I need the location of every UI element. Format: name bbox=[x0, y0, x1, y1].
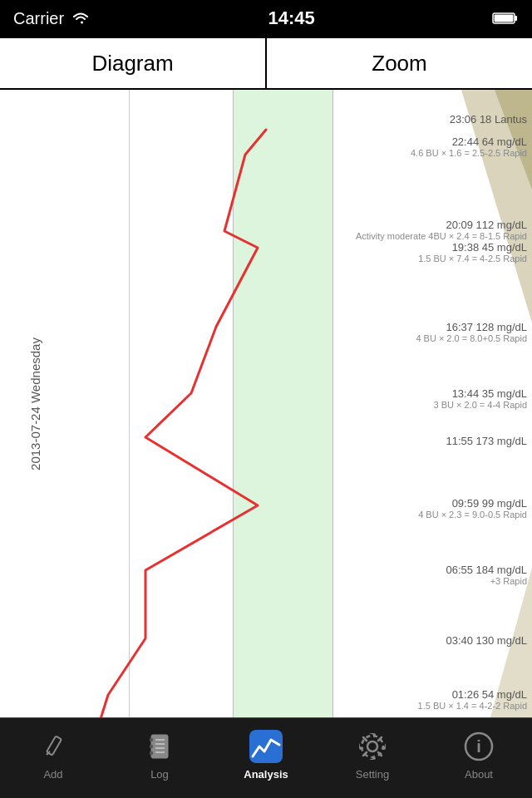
tab-log-label: Log bbox=[150, 768, 169, 781]
svg-point-17 bbox=[367, 741, 377, 751]
svg-rect-11 bbox=[150, 751, 153, 755]
chart-area: 2013-07-24 Wednesday 23:06 18 Lantus 22:… bbox=[0, 90, 532, 717]
zoom-button[interactable]: Zoom bbox=[266, 38, 532, 88]
svg-rect-1 bbox=[515, 16, 517, 21]
status-time: 14:45 bbox=[268, 7, 314, 29]
svg-rect-9 bbox=[150, 738, 153, 741]
status-right bbox=[492, 11, 519, 26]
analysis-icon bbox=[248, 728, 284, 765]
tab-add[interactable]: Add bbox=[0, 725, 106, 781]
tab-setting[interactable]: Setting bbox=[319, 725, 426, 781]
add-icon bbox=[35, 728, 71, 765]
tab-log[interactable]: Log bbox=[106, 725, 213, 781]
about-icon: i bbox=[461, 728, 497, 765]
svg-rect-8 bbox=[151, 735, 168, 758]
wifi-icon bbox=[71, 11, 91, 26]
top-buttons: Diagram Zoom bbox=[0, 37, 532, 90]
carrier-label: Carrier bbox=[13, 9, 64, 28]
status-bar: Carrier 14:45 bbox=[0, 0, 532, 37]
svg-rect-10 bbox=[150, 745, 153, 748]
setting-icon bbox=[354, 728, 391, 765]
tab-about-label: About bbox=[465, 768, 493, 781]
tab-analysis[interactable]: Analysis bbox=[213, 725, 319, 781]
tab-analysis-label: Analysis bbox=[244, 768, 288, 781]
svg-text:i: i bbox=[476, 737, 481, 756]
tab-setting-label: Setting bbox=[356, 768, 389, 781]
diagram-button[interactable]: Diagram bbox=[0, 38, 266, 88]
tab-about[interactable]: i About bbox=[426, 725, 532, 781]
tab-add-label: Add bbox=[43, 768, 62, 781]
log-icon bbox=[141, 728, 178, 765]
svg-rect-2 bbox=[495, 15, 514, 22]
chart-line bbox=[0, 90, 532, 717]
battery-icon bbox=[492, 11, 519, 26]
tab-bar: Add Log Analysis bbox=[0, 717, 532, 798]
status-left: Carrier bbox=[13, 9, 91, 28]
